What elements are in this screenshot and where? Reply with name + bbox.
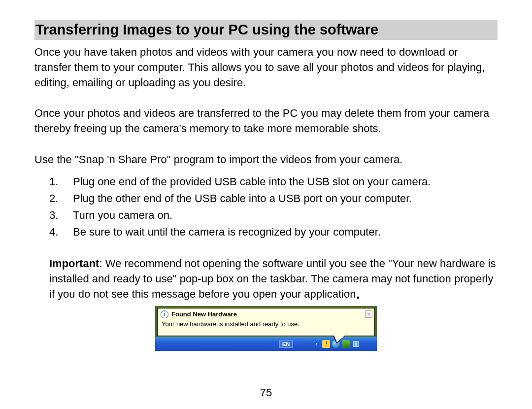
list-text: Be sure to wait until the camera is reco… [73, 224, 381, 240]
security-shield-icon[interactable]: ! [322, 340, 330, 348]
intro-paragraph-1: Once you have taken photos and videos wi… [34, 45, 498, 90]
list-text: Plug the other end of the USB cable into… [73, 190, 412, 207]
important-note: Important: We recommend not opening the … [49, 256, 498, 302]
balloon-body: Your new hardware is installed and ready… [158, 319, 374, 336]
important-text: : We recommend not opening the software … [49, 257, 496, 300]
list-text: Plug one end of the provided USB cable i… [73, 173, 431, 190]
balloon-title: Found New Hardware [171, 310, 237, 318]
close-icon[interactable]: × [365, 310, 372, 318]
language-indicator[interactable]: EN [279, 340, 293, 348]
list-item: 2. Plug the other end of the USB cable i… [49, 190, 498, 207]
numbered-list: 1. Plug one end of the provided USB cabl… [49, 173, 498, 240]
popup-screenshot: i Found New Hardware × Your new hardware… [34, 306, 498, 351]
list-number: 4. [49, 224, 73, 240]
bullet-dot-icon: . [356, 286, 360, 302]
list-item: 4. Be sure to wait until the camera is r… [49, 224, 498, 240]
info-icon: i [161, 310, 168, 318]
instruction-lead: Use the "Snap 'n Share Pro" program to i… [34, 152, 498, 168]
notification-balloon: i Found New Hardware × Your new hardware… [157, 308, 375, 336]
desktop-background: i Found New Hardware × Your new hardware… [155, 306, 377, 351]
section-heading: Transferring Images to your PC using the… [34, 20, 498, 40]
list-number: 2. [49, 190, 73, 207]
tray-expand-icon[interactable]: ‹ [312, 340, 320, 348]
intro-paragraph-2: Once your photos and videos are transfer… [34, 106, 498, 136]
list-number: 3. [49, 207, 73, 224]
list-item: 1. Plug one end of the provided USB cabl… [49, 173, 498, 190]
list-number: 1. [49, 173, 73, 190]
balloon-pointer [334, 336, 345, 342]
list-item: 3. Turn you camera on. [49, 207, 498, 224]
important-label: Important [49, 257, 99, 270]
page-number: 75 [0, 386, 532, 399]
list-text: Turn you camera on. [73, 207, 172, 224]
connection-icon[interactable] [352, 340, 360, 348]
